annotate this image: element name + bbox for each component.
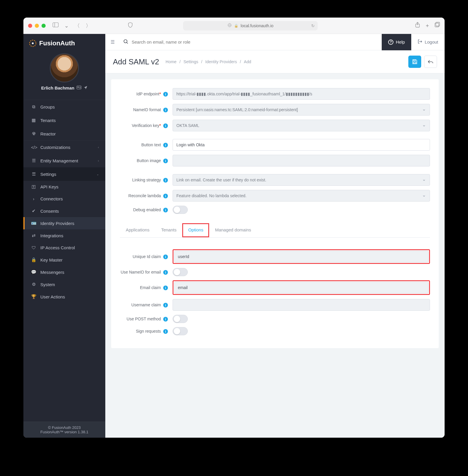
share-icon[interactable] [415, 22, 420, 29]
idp-endpoint-label: IdP endpoint [136, 92, 159, 96]
info-icon[interactable]: i [163, 178, 168, 183]
save-button[interactable] [408, 56, 421, 68]
site-settings-icon[interactable] [228, 23, 232, 28]
email-claim-input[interactable] [174, 282, 429, 293]
cancel-button[interactable] [424, 56, 437, 68]
url-bar[interactable]: 🔒 local.fusionauth.io ↻ [183, 21, 318, 30]
svg-rect-17 [414, 62, 416, 63]
crumb-settings[interactable]: Settings [183, 59, 198, 64]
sidebar-toggle-icon[interactable] [51, 23, 60, 29]
chat-icon: 💬 [31, 269, 36, 275]
nav-api-keys[interactable]: ⚿API Keys [23, 181, 105, 193]
button-image-label: Button image [137, 158, 161, 163]
nav-customizations[interactable]: </>Customizations‹ [23, 140, 105, 154]
nav-groups[interactable]: ⧉Groups [23, 100, 105, 114]
avatar[interactable] [50, 53, 79, 83]
nav-consents[interactable]: ✔Consents [23, 205, 105, 217]
nav-ip-access-control[interactable]: 🛡IP Access Control [23, 242, 105, 254]
tabs-icon[interactable] [435, 22, 440, 29]
back-icon[interactable]: 〈 [73, 22, 81, 29]
debug-enabled-toggle[interactable] [173, 206, 188, 214]
key-icon: ⚿ [31, 184, 36, 189]
button-text-input[interactable] [173, 139, 430, 151]
tab-options[interactable]: Options [182, 223, 209, 237]
info-icon[interactable]: i [163, 286, 168, 290]
info-icon[interactable]: i [163, 143, 168, 147]
svg-rect-0 [53, 23, 58, 27]
id-card-icon[interactable] [77, 86, 81, 90]
crumb-home[interactable]: Home [166, 59, 176, 64]
reload-icon[interactable]: ↻ [311, 23, 315, 28]
chevron-down-icon[interactable]: ⌄ [63, 23, 70, 29]
close-window-button[interactable] [28, 24, 32, 28]
reconcile-lambda-select[interactable] [173, 190, 430, 202]
sliders-icon: ☰ [31, 171, 36, 177]
username-claim-input[interactable] [173, 299, 430, 311]
nav-key-master[interactable]: 🔒Key Master [23, 254, 105, 266]
nav-settings[interactable]: ☰Settings⌄ [23, 167, 105, 181]
logout-button[interactable]: Logout [411, 34, 445, 50]
tab-applications[interactable]: Applications [120, 223, 155, 237]
tab-managed-domains[interactable]: Managed domains [209, 223, 257, 237]
nav-connectors[interactable]: ›Connectors [23, 193, 105, 205]
help-button[interactable]: ? Help [382, 34, 411, 50]
nav-system[interactable]: ⚙System [23, 278, 105, 291]
info-icon[interactable]: i [163, 329, 168, 334]
tabbar: Applications Tenants Options Managed dom… [120, 223, 430, 238]
linking-strategy-select[interactable] [173, 174, 430, 186]
sidebar-footer: © FusionAuth 2023 FusionAuth™ version 1.… [23, 422, 105, 438]
idp-endpoint-input[interactable] [173, 88, 430, 100]
use-nameid-email-label: Use NameID for email [121, 270, 161, 274]
svg-point-10 [32, 42, 34, 44]
verification-key-label: Verification key [132, 123, 159, 128]
maximize-window-button[interactable] [42, 24, 46, 28]
minimize-window-button[interactable] [35, 24, 39, 28]
users-group-icon: ⧉ [31, 104, 36, 109]
search-input[interactable] [132, 39, 378, 44]
nav: ⧉Groups ▦Tenants ☢Reactor </>Customizati… [23, 100, 105, 422]
info-icon[interactable]: i [163, 92, 168, 97]
server-icon: ▦ [31, 118, 36, 123]
verification-key-select[interactable] [173, 120, 430, 131]
info-icon[interactable]: i [163, 208, 168, 212]
sign-requests-toggle[interactable] [173, 327, 188, 335]
shield-icon[interactable] [128, 22, 133, 29]
use-post-toggle[interactable] [173, 315, 188, 323]
database-icon: ☰ [31, 158, 36, 163]
nav-identity-providers[interactable]: 🪪Identity Providers [23, 217, 105, 229]
use-nameid-email-toggle[interactable] [173, 268, 188, 276]
info-icon[interactable]: i [163, 270, 168, 275]
username-claim-label: Username claim [131, 303, 161, 307]
info-icon[interactable]: i [163, 255, 168, 259]
svg-line-16 [127, 42, 128, 44]
location-arrow-icon[interactable] [84, 86, 87, 90]
forward-icon[interactable]: 〉 [85, 22, 92, 29]
info-icon[interactable]: i [163, 194, 168, 198]
debug-enabled-label: Debug enabled [133, 207, 161, 212]
unique-id-claim-input[interactable] [174, 251, 429, 262]
collapse-sidebar-button[interactable]: ☰ [105, 39, 120, 45]
nav-reactor[interactable]: ☢Reactor [23, 127, 105, 140]
svg-rect-18 [414, 60, 415, 61]
info-icon[interactable]: i [163, 303, 168, 307]
nav-entity-management[interactable]: ☰Entity Management‹ [23, 154, 105, 167]
gear-icon: ⚙ [31, 282, 36, 287]
breadcrumb: Home/ Settings/ Identity Providers/ Add [166, 59, 251, 64]
button-image-input[interactable] [173, 155, 430, 166]
info-icon[interactable]: i [163, 108, 168, 112]
id-badge-icon: 🪪 [31, 221, 36, 226]
check-icon: ✔ [31, 208, 36, 214]
nav-user-actions[interactable]: 🏆User Actions [23, 291, 105, 303]
nav-integrations[interactable]: ⇄Integrations [23, 229, 105, 242]
info-icon[interactable]: i [163, 159, 168, 163]
info-icon[interactable]: i [163, 123, 168, 128]
nav-tenants[interactable]: ▦Tenants [23, 114, 105, 127]
new-tab-icon[interactable]: ＋ [425, 22, 430, 29]
tab-tenants[interactable]: Tenants [155, 223, 183, 237]
fusionauth-logo-icon [29, 39, 37, 47]
info-icon[interactable]: i [163, 317, 168, 322]
crumb-idp[interactable]: Identity Providers [205, 59, 237, 64]
brand-logo[interactable]: FusionAuth [23, 34, 105, 50]
nameid-format-select[interactable] [173, 104, 430, 116]
nav-messengers[interactable]: 💬Messengers [23, 266, 105, 278]
